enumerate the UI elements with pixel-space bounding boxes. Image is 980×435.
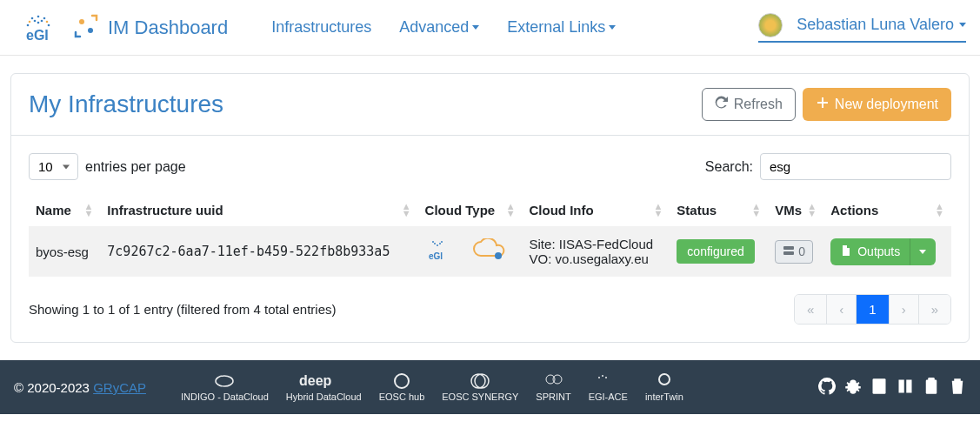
brand-text: IM Dashboard [108,17,228,39]
svg-rect-30 [873,378,886,394]
search-control: Search: [705,153,951,180]
col-vms[interactable]: VMs▲▼ [768,194,823,226]
outputs-split-button: Outputs [830,238,936,265]
plus-icon [816,96,830,113]
caret-down-icon [609,25,616,30]
page-current[interactable]: 1 [857,295,889,324]
cell-status: configured [670,226,768,277]
svg-point-26 [598,377,600,378]
cell-actions: Outputs [823,226,951,277]
footer-logo-label: interTwin [645,392,683,402]
col-uuid[interactable]: Infrastructure uuid▲▼ [100,194,417,226]
entries-select[interactable]: 10 [29,153,78,180]
server-icon [783,244,795,259]
page-next[interactable]: › [890,295,919,324]
nav-external-links-label: External Links [507,18,605,37]
table-footer: Showing 1 to 1 of 1 entry (filtered from… [29,294,951,325]
grycap-link[interactable]: GRyCAP [93,380,146,395]
footer-logo-label: EOSC SYNERGY [442,392,518,402]
sort-icon: ▲▼ [653,203,663,217]
footer-logos: INDIGO - DataCloud deepHybrid DataCloud … [181,372,801,402]
nav-advanced-label: Advanced [399,18,469,37]
col-cloud-type[interactable]: Cloud Type▲▼ [418,194,523,226]
svg-point-11 [79,19,84,24]
svg-point-14 [434,243,436,244]
card-actions: Refresh New deployment [702,88,951,121]
col-cloud-info-label: Cloud Info [530,203,594,218]
footer-logo-label: Hybrid DataCloud [286,392,362,402]
book-icon[interactable] [897,378,914,398]
cell-uuid: 7c9267c2-6aa7-11ef-b459-522fb8b933a5 [100,226,417,277]
svg-point-16 [432,241,434,243]
svg-point-27 [602,375,603,377]
svg-rect-21 [783,251,794,255]
page-prev[interactable]: ‹ [827,295,857,324]
svg-rect-31 [926,379,937,393]
svg-point-8 [27,23,30,26]
bug-icon[interactable] [844,378,862,398]
footer-logo-label: EGI-ACE [589,392,628,402]
table-controls: 10 entries per page Search: [29,153,951,180]
col-actions[interactable]: Actions▲▼ [823,194,951,226]
refresh-button[interactable]: Refresh [702,88,796,121]
nav-user-dropdown[interactable]: Sebastian Luna Valero [758,13,966,43]
page-title: My Infrastructures [29,90,223,118]
svg-point-13 [437,244,438,246]
col-uuid-label: Infrastructure uuid [107,203,223,218]
svg-point-28 [605,377,607,378]
egi-logo-icon: eGI [14,12,64,44]
new-deployment-button[interactable]: New deployment [803,88,951,121]
col-cloud-info[interactable]: Cloud Info▲▼ [523,194,670,226]
svg-rect-32 [928,378,935,381]
nav-links: Infrastructures Advanced External Links [271,18,616,37]
cell-vms: 0 [768,226,823,277]
outputs-button[interactable]: Outputs [830,238,910,265]
docs-icon[interactable] [870,378,888,398]
nav-infrastructures[interactable]: Infrastructures [271,18,371,37]
footer-logo-label: SPRINT [536,392,570,402]
clipboard-icon[interactable] [923,378,940,398]
infrastructures-table: Name▲▼ Infrastructure uuid▲▼ Cloud Type▲… [29,194,951,277]
footer-logo-label: EOSC hub [379,392,425,402]
col-status[interactable]: Status▲▼ [670,194,768,226]
page-first[interactable]: « [795,295,827,324]
sort-icon: ▲▼ [751,203,761,217]
file-icon [840,244,852,259]
footer-logo-egi-ace: EGI-ACE [589,372,628,402]
search-input[interactable] [760,153,951,180]
user-name-label: Sebastian Luna Valero [797,16,954,34]
new-deployment-label: New deployment [835,97,938,112]
user-name-dropdown: Sebastian Luna Valero [797,16,966,34]
svg-text:deep: deep [299,373,332,388]
page-last[interactable]: » [919,295,950,324]
col-vms-label: VMs [775,203,802,218]
svg-point-5 [37,15,40,17]
col-name[interactable]: Name▲▼ [29,194,100,226]
svg-point-9 [48,23,50,26]
footer-logo-eosc-synergy: EOSC SYNERGY [442,372,518,402]
nav-advanced[interactable]: Advanced [399,18,479,37]
vm-badge[interactable]: 0 [775,240,813,264]
footer-logo-deep: deepHybrid DataCloud [286,372,362,402]
cell-cloud-type: eGI [418,226,523,277]
brand-link[interactable]: eGI IM Dashboard [14,12,228,44]
github-icon[interactable] [818,378,836,398]
card-header: My Infrastructures Refresh New deploymen… [11,74,969,136]
svg-text:eGI: eGI [429,251,443,261]
entries-per-page-control: 10 entries per page [29,153,186,180]
footer-logo-intertwin: interTwin [645,372,683,402]
svg-point-0 [37,21,40,23]
outputs-dropdown-toggle[interactable] [910,238,936,265]
outputs-label: Outputs [857,244,900,258]
pagination: « ‹ 1 › » [794,294,951,325]
sort-icon: ▲▼ [807,203,817,217]
avatar [758,13,783,37]
trash-icon[interactable] [949,378,966,398]
footer-logo-eosc-hub: EOSC hub [379,372,425,402]
sort-icon: ▲▼ [402,203,411,217]
navbar: eGI IM Dashboard Infrastructures Advance… [0,0,980,56]
cell-name: byos-esg [29,226,100,277]
table-header-row: Name▲▼ Infrastructure uuid▲▼ Cloud Type▲… [29,194,951,226]
col-name-label: Name [36,203,71,218]
nav-external-links[interactable]: External Links [507,18,616,37]
